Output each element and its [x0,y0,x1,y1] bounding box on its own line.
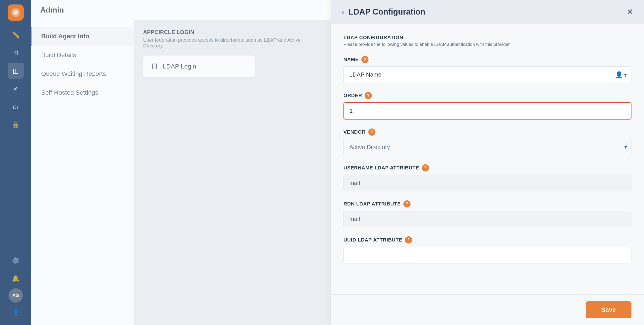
ldap-login-card[interactable]: 🖥 LDAP Login [143,56,255,78]
save-button[interactable]: Save [586,301,632,318]
back-button[interactable]: ‹ [342,8,344,16]
ldap-login-label: LDAP Login [163,63,196,70]
person-icon: 👤 [615,71,623,78]
vendor-select[interactable]: Active Directory OpenLDAP Red Hat Direct… [344,139,632,155]
name-help-icon[interactable]: ? [361,56,368,63]
vendor-label: VENDOR ? [344,129,632,136]
name-input-icon[interactable]: 👤 ▾ [615,71,627,78]
sidebar-icon-settings[interactable]: ⚙️ [8,252,24,269]
uuid-ldap-field-group: UUID LDAP ATTRIBUTE ? [344,236,632,263]
sidebar-icon-grid[interactable]: ⊞ [8,45,24,61]
left-nav: Build Agent Info Build Details Queue Wai… [31,20,134,325]
nav-item-build-agent[interactable]: Build Agent Info [31,27,134,46]
dropdown-arrow-icon: ▾ [624,71,627,78]
ldap-config-subtitle: Please provide the following values to e… [344,42,632,47]
username-ldap-value: mail [344,175,632,191]
order-help-icon[interactable]: ? [365,92,372,99]
name-field-group: NAME ? 👤 ▾ [344,56,632,83]
uuid-ldap-help-icon[interactable]: ? [405,236,412,243]
uuid-ldap-input[interactable] [344,247,632,263]
rdn-ldap-help-icon[interactable]: ? [404,200,410,207]
logo-icon [11,8,20,18]
order-field-group: ORDER ? [344,92,632,120]
app-logo [8,5,24,21]
ldap-panel-title: LDAP Configuration [348,7,425,17]
page-title: Admin [40,6,64,14]
name-label: NAME ? [344,56,632,63]
section-subtitle: User federation provides access to direc… [143,37,322,49]
order-label: ORDER ? [344,92,632,99]
sidebar-bottom: ⚙️ 🔔 AS 👤 [8,252,24,320]
name-input-wrapper: 👤 ▾ [344,66,632,83]
ldap-header: ‹ LDAP Configuration ✕ [331,0,644,24]
section-title: APPCIRCLE LOGIN [143,29,322,35]
ldap-config-title: LDAP CONFIGURATION [344,35,632,41]
ldap-body: LDAP CONFIGURATION Please provide the fo… [331,24,644,294]
nav-item-build-details[interactable]: Build Details [31,46,134,65]
ldap-footer: Save [331,294,644,325]
username-ldap-help-icon[interactable]: ? [422,164,429,171]
username-ldap-field-group: USERNAME LDAP ATTRIBUTE ? mail [344,164,632,191]
main-content: Admin Build Agent Info Build Details Que… [31,0,331,325]
rdn-ldap-value: mail [344,211,632,227]
vendor-help-icon[interactable]: ? [368,129,376,136]
sidebar-icon-puzzle[interactable]: ◫ [8,63,24,79]
rdn-ldap-label: RDN LDAP ATTRIBUTE ? [344,200,632,207]
content-area: Build Agent Info Build Details Queue Wai… [31,20,331,325]
ldap-section-header: LDAP CONFIGURATION Please provide the fo… [344,35,632,47]
sidebar-icon-lock[interactable]: 🔒 [8,116,24,133]
ldap-header-left: ‹ LDAP Configuration [342,7,425,17]
uuid-ldap-label: UUID LDAP ATTRIBUTE ? [344,236,632,243]
top-bar: Admin [31,0,331,20]
section-header: APPCIRCLE LOGIN User federation provides… [143,29,322,49]
sidebar-icon-bell[interactable]: 🔔 [8,270,24,286]
vendor-select-wrapper: Active Directory OpenLDAP Red Hat Direct… [344,139,632,155]
sidebar: ✏️ ⊞ ◫ ✔ 🗂 🔒 ⚙️ 🔔 AS 👤 [0,0,31,325]
center-panel: APPCIRCLE LOGIN User federation provides… [134,20,331,325]
username-ldap-label: USERNAME LDAP ATTRIBUTE ? [344,164,632,171]
nav-item-self-hosted[interactable]: Self-Hosted Settings [31,83,134,102]
name-input[interactable] [344,66,632,83]
ldap-icon: 🖥 [150,62,158,71]
sidebar-icon-check[interactable]: ✔ [8,81,24,97]
order-input[interactable] [344,102,632,120]
rdn-ldap-field-group: RDN LDAP ATTRIBUTE ? mail [344,200,632,227]
close-button[interactable]: ✕ [626,7,633,17]
svg-point-2 [15,12,17,14]
nav-item-queue-waiting[interactable]: Queue Waiting Reports [31,65,134,83]
sidebar-icon-user[interactable]: 👤 [8,304,24,320]
sidebar-icon-briefcase[interactable]: 🗂 [8,99,24,115]
ldap-panel: ‹ LDAP Configuration ✕ LDAP CONFIGURATIO… [331,0,644,325]
sidebar-icon-pencil[interactable]: ✏️ [8,27,24,43]
user-avatar[interactable]: AS [8,288,23,303]
vendor-field-group: VENDOR ? Active Directory OpenLDAP Red H… [344,129,632,155]
